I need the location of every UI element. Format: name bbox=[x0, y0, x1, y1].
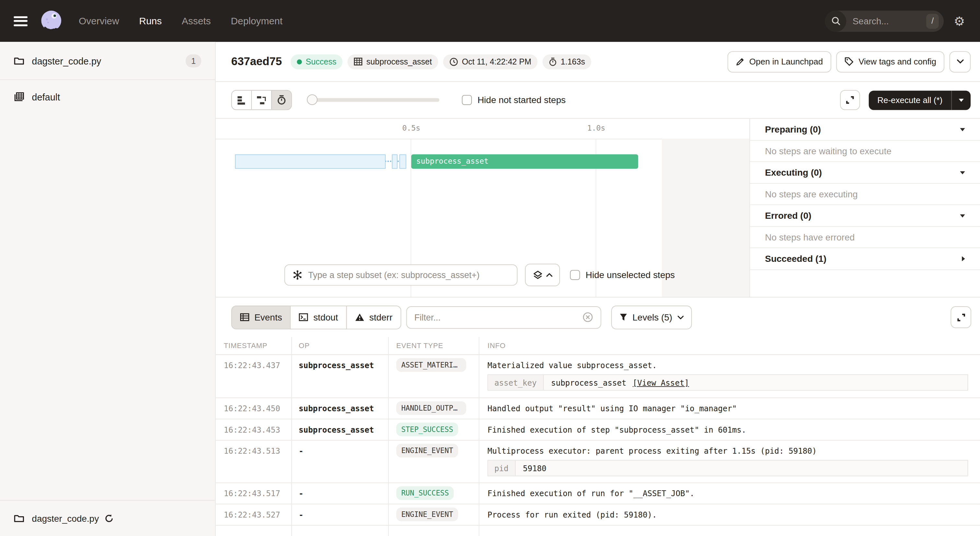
reload-location-icon[interactable] bbox=[104, 514, 114, 523]
step-subset-input[interactable]: Type a step subset (ex: subprocess_asset… bbox=[284, 264, 517, 286]
sidebar-code-location[interactable]: dagster_code.py 1 bbox=[0, 42, 215, 80]
after-run-region bbox=[662, 139, 749, 297]
sidebar-footer: dagster_code.py bbox=[0, 500, 215, 536]
section-preparing[interactable]: Preparing (0) bbox=[750, 119, 980, 140]
chevron-down-icon bbox=[677, 315, 684, 319]
search-input[interactable]: Search... / bbox=[825, 10, 944, 32]
folder-icon bbox=[14, 56, 24, 65]
event-row[interactable]: 16:22:43.453 subprocess_asset STEP_SUCCE… bbox=[215, 419, 980, 441]
flat-view-button[interactable] bbox=[232, 91, 252, 110]
event-row-partial bbox=[215, 526, 980, 536]
gantt-chart: 0.5s 1.0s subprocess_asset bbox=[215, 119, 749, 297]
view-asset-link[interactable]: [View Asset] bbox=[633, 378, 689, 387]
col-op: OP bbox=[292, 337, 389, 354]
run-id: 637aed75 bbox=[231, 55, 282, 68]
waiting-box bbox=[392, 154, 397, 169]
step-subset-row: Type a step subset (ex: subprocess_asset… bbox=[284, 264, 675, 286]
hamburger-menu-icon[interactable] bbox=[14, 16, 27, 26]
event-row[interactable]: 16:22:43.527 - ENGINE_EVENT Process for … bbox=[215, 504, 980, 526]
hide-unselected-checkbox[interactable] bbox=[570, 270, 580, 280]
asset-tag[interactable]: subprocess_asset bbox=[348, 54, 438, 69]
events-panel: Events stdout bbox=[215, 297, 980, 536]
tag-icon bbox=[844, 57, 854, 66]
timed-view-button[interactable] bbox=[272, 91, 291, 110]
sidebar-job-default[interactable]: default bbox=[0, 80, 215, 114]
hide-not-started-toggle[interactable]: Hide not started steps bbox=[462, 95, 565, 105]
col-timestamp: TIMESTAMP bbox=[215, 337, 292, 354]
gantt-zoom-slider[interactable] bbox=[307, 94, 439, 106]
event-type-badge: RUN_SUCCESS bbox=[396, 486, 454, 500]
log-filter-input[interactable]: Filter... bbox=[406, 306, 601, 328]
tab-stderr[interactable]: stderr bbox=[346, 305, 401, 329]
clock-icon bbox=[450, 57, 458, 66]
waiting-box bbox=[235, 154, 386, 169]
event-type-badge: ENGINE_EVENT bbox=[396, 444, 458, 457]
slider-thumb[interactable] bbox=[307, 94, 318, 105]
event-row[interactable]: 16:22:43.517 - RUN_SUCCESS Finished exec… bbox=[215, 483, 980, 504]
section-errored[interactable]: Errored (0) bbox=[750, 205, 980, 227]
reexecute-menu-button[interactable] bbox=[952, 91, 970, 110]
section-succeeded[interactable]: Succeeded (1) bbox=[750, 248, 980, 270]
event-metadata-table: asset_key subprocess_asset [View Asset] bbox=[487, 374, 968, 391]
gantt-time-ruler: 0.5s 1.0s bbox=[215, 119, 749, 139]
chevron-down-icon bbox=[957, 59, 964, 64]
asset-grid-icon bbox=[354, 57, 363, 65]
gantt-fullscreen-button[interactable] bbox=[840, 90, 860, 110]
view-tags-config-button[interactable]: View tags and config bbox=[836, 51, 944, 72]
run-actions-menu-button[interactable] bbox=[949, 51, 970, 72]
gantt-step-bar[interactable]: subprocess_asset bbox=[411, 154, 638, 169]
op-selector-icon bbox=[293, 270, 303, 280]
top-nav: Overview Runs Assets Deployment Search..… bbox=[0, 0, 980, 42]
tab-events[interactable]: Events bbox=[231, 305, 291, 329]
tab-stdout[interactable]: stdout bbox=[290, 305, 347, 329]
waterfall-view-button[interactable] bbox=[252, 91, 272, 110]
section-errored-empty: No steps have errored bbox=[750, 227, 980, 248]
clear-filter-icon[interactable] bbox=[582, 312, 593, 323]
event-row[interactable]: 16:22:43.450 subprocess_asset HANDLED_OU… bbox=[215, 398, 980, 419]
logs-fullscreen-button[interactable] bbox=[950, 306, 971, 328]
nav-item-runs[interactable]: Runs bbox=[139, 15, 162, 27]
section-executing[interactable]: Executing (0) bbox=[750, 162, 980, 183]
event-row[interactable]: 16:22:43.437 subprocess_asset ASSET_MATE… bbox=[215, 355, 980, 398]
event-type-badge: STEP_SUCCESS bbox=[396, 423, 458, 436]
hide-not-started-checkbox[interactable] bbox=[462, 95, 472, 105]
nav-item-assets[interactable]: Assets bbox=[182, 15, 211, 27]
open-in-launchpad-button[interactable]: Open in Launchpad bbox=[727, 51, 831, 72]
nav-item-deployment[interactable]: Deployment bbox=[231, 15, 283, 27]
events-controls: Events stdout bbox=[215, 297, 980, 337]
event-type-badge: ENGINE_EVENT bbox=[396, 507, 458, 521]
search-icon bbox=[825, 10, 846, 32]
search-shortcut-key: / bbox=[926, 13, 939, 28]
code-location-name: dagster_code.py bbox=[32, 56, 101, 66]
chevron-up-icon bbox=[546, 273, 552, 277]
warning-triangle-icon bbox=[355, 313, 364, 321]
status-dot-icon bbox=[297, 59, 302, 64]
section-preparing-empty: No steps are waiting to execute bbox=[750, 141, 980, 162]
terminal-icon bbox=[299, 313, 309, 321]
graph-query-toggle-button[interactable] bbox=[525, 264, 560, 286]
nav-links: Overview Runs Assets Deployment bbox=[79, 15, 283, 27]
job-name: default bbox=[32, 92, 60, 102]
expand-icon bbox=[845, 95, 854, 104]
hide-unselected-toggle[interactable]: Hide unselected steps bbox=[570, 270, 675, 280]
dagster-run-page: Overview Runs Assets Deployment Search..… bbox=[0, 0, 980, 536]
tick-label: 1.0s bbox=[578, 124, 615, 132]
run-header: 637aed75 Success sub bbox=[215, 42, 980, 82]
step-status-panel: Preparing (0) No steps are waiting to ex… bbox=[749, 119, 980, 297]
col-info: INFO bbox=[479, 337, 980, 354]
event-row[interactable]: 16:22:43.513 - ENGINE_EVENT Multiprocess… bbox=[215, 441, 980, 483]
gantt-view-mode-segments bbox=[231, 90, 292, 110]
levels-filter-button[interactable]: Levels (5) bbox=[611, 305, 692, 329]
reexecute-all-button[interactable]: Re-execute all (*) bbox=[869, 91, 970, 110]
footer-location-name: dagster_code.py bbox=[32, 513, 99, 523]
settings-gear-icon[interactable]: ⚙ bbox=[954, 13, 965, 28]
event-metadata-table: pid 59180 bbox=[487, 460, 968, 476]
expand-icon bbox=[957, 313, 966, 321]
caret-right-icon bbox=[962, 256, 965, 261]
nav-item-overview[interactable]: Overview bbox=[79, 15, 119, 27]
event-type-badge: HANDLED_OUTPUT bbox=[396, 401, 466, 415]
caret-down-icon bbox=[960, 171, 965, 174]
stopwatch-icon bbox=[549, 57, 557, 66]
dagster-logo[interactable] bbox=[39, 8, 64, 33]
search-placeholder: Search... bbox=[853, 16, 889, 26]
